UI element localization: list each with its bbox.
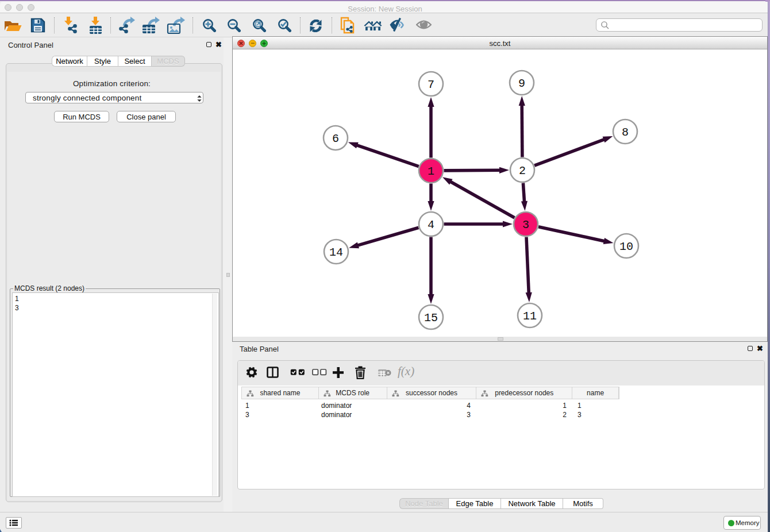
svg-text:1: 1 [428,165,434,178]
svg-text:4: 4 [428,218,434,232]
svg-text:2: 2 [519,164,526,178]
svg-text:15: 15 [424,311,438,325]
svg-text:8: 8 [622,126,629,139]
svg-text:14: 14 [329,246,343,259]
svg-text:10: 10 [619,240,633,253]
svg-text:9: 9 [518,77,525,90]
svg-text:3: 3 [522,218,529,232]
svg-text:7: 7 [428,78,434,91]
svg-text:6: 6 [332,132,339,145]
svg-text:11: 11 [523,310,537,323]
